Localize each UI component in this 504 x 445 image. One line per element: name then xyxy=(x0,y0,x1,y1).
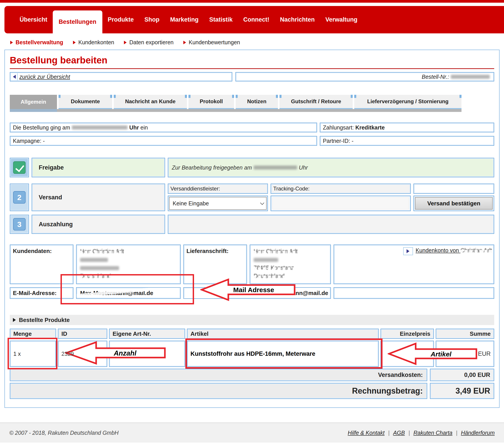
red-arrow-icon xyxy=(183,41,186,44)
customer-account-box: Kundenkonto von Christian Arlt xyxy=(334,245,494,284)
check-icon[interactable] xyxy=(13,161,26,174)
freigabe-date-redacted xyxy=(254,165,297,170)
products-section-header: Bestellte Produkte xyxy=(10,315,494,325)
footer-separator: | xyxy=(388,430,390,436)
versandkosten-row: Versandkosten: 0,00 EUR xyxy=(10,369,494,381)
order-date-box: Die Bestellung ging am Uhr ein xyxy=(10,123,317,132)
shipping-street-redacted xyxy=(254,258,278,262)
versand-controls: Versanddienstleister: Tracking-Code: Kei… xyxy=(168,184,494,211)
billing-street-redacted xyxy=(80,258,108,262)
summe-currency: EUR xyxy=(478,350,491,357)
kundenkonto-link-name: Christian Arlt xyxy=(460,247,492,254)
freigabe-status: Zur Bearbeitung freigegeben am Uhr xyxy=(168,158,494,177)
tab-gutschrift-retoure[interactable]: Gutschrift / Retoure xyxy=(279,95,353,109)
subnav-bestellverwaltung[interactable]: Bestellverwaltung xyxy=(10,39,63,46)
payment-value: Kreditkarte xyxy=(355,124,385,131)
nav-item-marketing[interactable]: Marketing xyxy=(165,16,204,23)
account-arrow-icon[interactable] xyxy=(403,247,413,255)
footer-link-charta[interactable]: Rakuten Charta xyxy=(414,430,452,436)
versand-label: Versand xyxy=(32,184,165,211)
kundenkonto-link-prefix: Kundenkonto von xyxy=(416,247,459,253)
tracking-input[interactable] xyxy=(272,197,409,209)
order-number-box: Bestell-Nr.: xyxy=(235,72,494,81)
step-2-badge: 2 xyxy=(13,191,26,204)
order-date-suffix: ein xyxy=(140,124,148,131)
red-arrow-icon xyxy=(124,41,126,44)
email-empty-box xyxy=(334,287,494,299)
back-to-overview-link[interactable]: zurück zur Übersicht xyxy=(19,74,70,80)
footer-separator: | xyxy=(456,430,457,436)
title-divider xyxy=(10,68,494,69)
tracking-label: Tracking-Code: xyxy=(270,184,411,194)
email-row: E-Mail-Adresse: Max-Mustermann@mail.de M… xyxy=(10,287,494,299)
order-date-redacted xyxy=(72,125,127,129)
cell-einzelpreis xyxy=(380,341,434,367)
versandkosten-value: 0,00 EUR xyxy=(430,369,494,381)
footer-link-haendlerforum[interactable]: Händlerforum xyxy=(461,430,495,436)
products-section-title: Bestellte Produkte xyxy=(19,317,70,323)
lieferanschrift-label: Lieferanschrift: xyxy=(183,245,247,284)
step-3-badge: 3 xyxy=(13,218,26,231)
shipping-city: 78465 Konstanz xyxy=(254,264,294,272)
nav-item-statistik[interactable]: Statistik xyxy=(204,16,238,23)
partner-id-box: Partner-ID: - xyxy=(320,136,494,146)
kundendaten-label: Kundendaten: xyxy=(10,245,73,284)
billing-city-redacted xyxy=(80,266,119,270)
cell-summe: EUR xyxy=(436,341,494,367)
versandkosten-label: Versandkosten: xyxy=(10,369,427,381)
section-arrow-icon xyxy=(13,318,16,322)
order-date-uhr: Uhr xyxy=(129,124,139,131)
order-number-label: Bestell-Nr.: xyxy=(422,74,449,80)
versand-spacer-box xyxy=(414,184,494,194)
products-table-header: Menge ID Eigene Art-Nr. Artikel Einzelpr… xyxy=(10,329,494,339)
footer-link-agb[interactable]: AGB xyxy=(393,430,405,436)
rechnungsbetrag-label: Rechnungsbetrag: xyxy=(10,383,427,399)
nav-item-connect[interactable]: Connect! xyxy=(238,16,275,23)
order-date-prefix: Die Bestellung ging am xyxy=(13,124,70,131)
freigabe-label: Freigabe xyxy=(32,158,165,177)
customer-section: Kundendaten: Herr Christian Arlt Deutsch… xyxy=(10,245,494,284)
col-summe: Summe xyxy=(436,329,494,339)
col-menge: Menge xyxy=(10,329,56,339)
payment-label: Zahlungsart: xyxy=(323,124,354,131)
auszahlung-number-cell: 3 xyxy=(10,215,29,234)
freigabe-status-suffix: Uhr xyxy=(299,164,308,171)
nav-item-shop[interactable]: Shop xyxy=(139,16,165,23)
subnav-daten-exportieren[interactable]: Daten exportieren xyxy=(124,39,174,46)
subnav-label: Kundenbewertungen xyxy=(189,39,240,46)
nav-item-verwaltung[interactable]: Verwaltung xyxy=(320,16,363,23)
carrier-select-box: Keine Eingabe xyxy=(168,196,268,211)
footer-link-hilfe[interactable]: Hilfe & Kontakt xyxy=(348,430,384,436)
rechnungsbetrag-row: Rechnungsbetrag: 3,49 EUR xyxy=(10,383,494,399)
nav-item-uebersicht[interactable]: Übersicht xyxy=(14,16,53,23)
tab-allgemein[interactable]: Allgemein xyxy=(10,95,57,109)
email-value-copy: Max-Mustermann@mail.de xyxy=(255,290,328,297)
tab-dokumente[interactable]: Dokumente xyxy=(58,95,112,109)
nav-item-bestellungen[interactable]: Bestellungen xyxy=(53,10,103,34)
tab-lieferverzoegerung[interactable]: Lieferverzögerung / Stornierung xyxy=(354,95,462,109)
back-arrow-icon[interactable] xyxy=(11,73,18,80)
col-einzelpreis: Einzelpreis xyxy=(380,329,434,339)
carrier-select[interactable]: Keine Eingabe xyxy=(169,197,267,210)
order-detail-panel: Bestellung bearbeiten zurück zur Übersic… xyxy=(4,50,500,408)
nav-item-produkte[interactable]: Produkte xyxy=(102,16,139,23)
shipping-name: Herr Christian Arlt xyxy=(254,247,298,255)
col-artikel: Artikel xyxy=(187,329,379,339)
footer-links: Hilfe & Kontakt | AGB | Rakuten Charta |… xyxy=(348,430,495,436)
footer-separator: | xyxy=(408,430,410,436)
email-label: E-Mail-Adresse: xyxy=(10,287,73,299)
copyright: © 2007 - 2018, Rakuten Deutschland GmbH xyxy=(9,430,119,436)
tab-nachricht-an-kunde[interactable]: Nachricht an Kunde xyxy=(114,95,187,109)
tab-protokoll[interactable]: Protokoll xyxy=(188,95,234,109)
subnav-kundenkonten[interactable]: Kundenkonten xyxy=(73,39,114,46)
kampagne-box: Kampagne: - xyxy=(10,136,317,146)
kundenkonto-link[interactable]: Kundenkonto von Christian Arlt xyxy=(416,247,492,254)
nav-item-nachrichten[interactable]: Nachrichten xyxy=(275,16,320,23)
subnav-label: Kundenkonten xyxy=(78,39,114,46)
subnav-kundenbewertungen[interactable]: Kundenbewertungen xyxy=(183,39,240,46)
col-id: ID xyxy=(58,329,107,339)
shipping-address: Herr Christian Arlt 78465 Konstanz Deuts… xyxy=(250,245,331,284)
tab-notizen[interactable]: Notizen xyxy=(236,95,278,109)
main-navbar: Übersicht Bestellungen Produkte Shop Mar… xyxy=(4,6,504,33)
versand-bestaetigen-button[interactable]: Versand bestätigen xyxy=(415,197,493,210)
